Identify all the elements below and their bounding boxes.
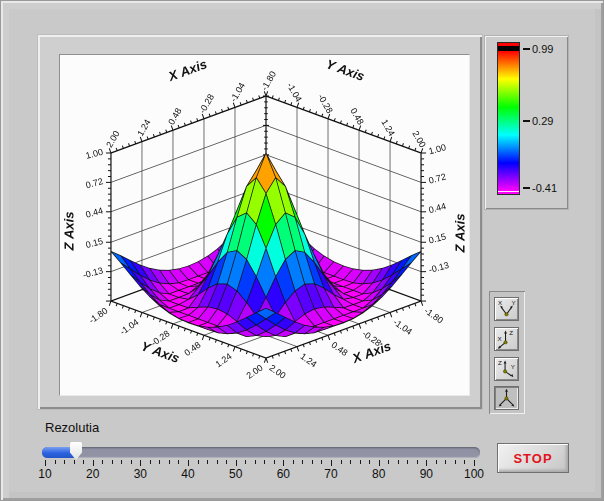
slider-tick [83, 460, 84, 464]
slider-tick [293, 460, 294, 464]
slider-scale-label: 90 [420, 467, 433, 481]
slider-tick [283, 460, 284, 466]
slider-scale-label: 100 [464, 467, 484, 481]
plot-area [59, 54, 470, 396]
slider-scale-label: 10 [38, 467, 51, 481]
slider-tick [312, 460, 313, 464]
scale-tick [523, 120, 530, 122]
slider-tick [236, 460, 237, 466]
slider-tick [121, 460, 122, 464]
zy-projection-icon: Z Y [495, 358, 518, 380]
slider-tick [274, 460, 275, 464]
slider-tick [331, 460, 332, 466]
3d-view-icon [495, 387, 518, 409]
slider-tick [102, 460, 103, 464]
slider-tick [455, 460, 456, 464]
color-scale-bar[interactable] [497, 42, 520, 195]
slider-tick [217, 460, 218, 464]
slider-tick [131, 460, 132, 464]
slider-tick [379, 460, 380, 466]
slider-tick [388, 460, 389, 464]
stop-button-label: STOP [513, 451, 552, 466]
xz-projection-icon: X Z [495, 328, 518, 350]
slider-scale-label: 60 [277, 467, 290, 481]
surface-plot-canvas[interactable] [60, 55, 471, 397]
resolution-slider-track[interactable] [42, 447, 480, 458]
slider-tick [198, 460, 199, 464]
xy-projection-icon: X Y [495, 298, 518, 320]
slider-tick [45, 460, 46, 466]
color-scale-min-value: -0.41 [532, 182, 557, 194]
slider-tick [207, 460, 208, 464]
slider-tick [341, 460, 342, 464]
slider-tick [321, 460, 322, 464]
color-scale-max-value: 0.99 [532, 43, 553, 55]
slider-tick [169, 460, 170, 464]
projection-button-strip: X Y X Z Z Y [489, 291, 525, 414]
slider-tick [112, 460, 113, 464]
front-panel: 0.99 0.29 -0.41 X Y X Z [0, 0, 604, 501]
slider-tick [436, 460, 437, 464]
resolution-slider-label: Rezolutia [45, 420, 99, 435]
slider-tick [426, 460, 427, 466]
zy-projection-button[interactable]: Z Y [494, 357, 519, 381]
color-scale-mid-label: 0.29 [523, 114, 553, 128]
resolution-slider-scale: 102030405060708090100 [42, 460, 480, 484]
slider-tick [188, 460, 189, 466]
slider-tick [407, 460, 408, 464]
color-scale-mid-value: 0.29 [532, 115, 553, 127]
icon-letter-y: Y [511, 299, 515, 306]
slider-scale-label: 40 [181, 467, 194, 481]
slider-tick [226, 460, 227, 464]
slider-tick [398, 460, 399, 464]
stop-button[interactable]: STOP [497, 443, 569, 473]
icon-letter-z: Z [498, 359, 502, 366]
icon-letter-z: Z [509, 329, 513, 336]
slider-tick [55, 460, 56, 464]
color-scale-bottom-band [498, 192, 519, 194]
slider-scale-label: 70 [324, 467, 337, 481]
slider-tick [255, 460, 256, 464]
slider-scale-label: 80 [372, 467, 385, 481]
slider-tick [474, 460, 475, 466]
icon-letter-y: Y [511, 363, 515, 370]
slider-tick [264, 460, 265, 464]
3d-view-button[interactable] [494, 386, 519, 410]
slider-tick [360, 460, 361, 464]
slider-tick [417, 460, 418, 464]
color-scale-min-label: -0.41 [523, 181, 557, 195]
slider-tick [64, 460, 65, 464]
slider-tick [140, 460, 141, 466]
slider-tick [74, 460, 75, 464]
slider-tick [178, 460, 179, 464]
slider-tick [245, 460, 246, 464]
xy-projection-button[interactable]: X Y [494, 297, 519, 321]
slider-scale-label: 20 [86, 467, 99, 481]
slider-tick [464, 460, 465, 464]
xz-projection-button[interactable]: X Z [494, 327, 519, 351]
slider-tick [302, 460, 303, 464]
color-scale-gradient [498, 51, 519, 191]
slider-tick [150, 460, 151, 464]
scale-tick [523, 187, 530, 189]
icon-letter-x: X [498, 299, 502, 306]
slider-scale-label: 30 [134, 467, 147, 481]
slider-tick [93, 460, 94, 466]
slider-tick [369, 460, 370, 464]
scale-tick [523, 48, 530, 50]
surface-graph-panel [37, 34, 483, 410]
slider-tick [445, 460, 446, 464]
color-scale-panel: 0.99 0.29 -0.41 [484, 35, 569, 210]
color-scale-max-label: 0.99 [523, 42, 553, 56]
slider-tick [350, 460, 351, 464]
slider-scale-label: 50 [229, 467, 242, 481]
icon-letter-x: X [497, 335, 501, 342]
slider-tick [159, 460, 160, 464]
